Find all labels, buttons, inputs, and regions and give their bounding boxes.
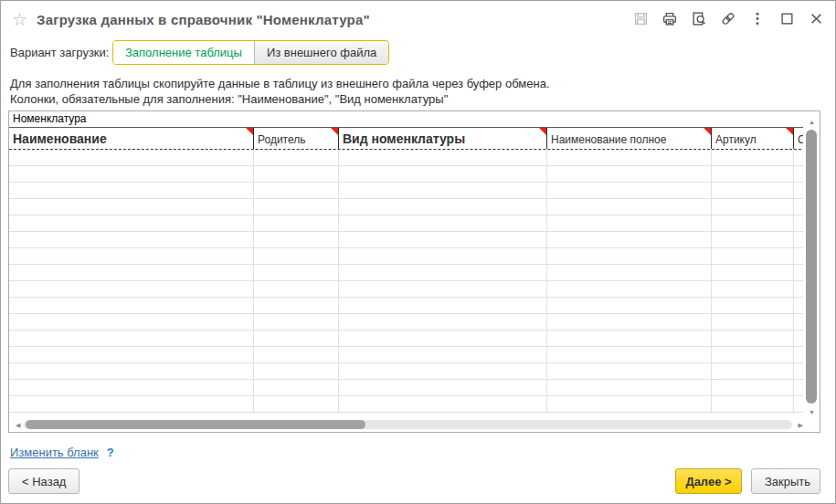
scroll-left-icon[interactable]: ◀: [16, 422, 20, 428]
table-cell[interactable]: [547, 314, 712, 330]
table-cell[interactable]: [9, 183, 254, 198]
table-cell[interactable]: [547, 396, 712, 412]
table-cell[interactable]: [339, 347, 547, 362]
table-cell[interactable]: [712, 396, 794, 412]
table-cell[interactable]: [254, 396, 339, 412]
table-cell[interactable]: [712, 331, 794, 346]
table-cell[interactable]: [254, 265, 339, 280]
close-button[interactable]: Закрыть: [751, 468, 820, 494]
table-cell[interactable]: [712, 380, 794, 395]
column-header[interactable]: Родитель: [254, 128, 339, 149]
vertical-scrollbar[interactable]: ▲ ▼: [803, 111, 820, 417]
table-cell[interactable]: [9, 314, 254, 330]
print-preview-icon[interactable]: [691, 10, 707, 26]
table-cell[interactable]: [547, 166, 712, 182]
table-cell[interactable]: [254, 215, 339, 231]
table-cell[interactable]: [9, 281, 254, 297]
table-cell[interactable]: [547, 281, 712, 297]
table-cell[interactable]: [712, 248, 794, 264]
table-cell[interactable]: [712, 265, 794, 280]
table-cell[interactable]: [339, 183, 547, 198]
save-icon[interactable]: [632, 10, 649, 26]
table-cell[interactable]: [547, 347, 712, 362]
print-icon[interactable]: [661, 10, 678, 26]
table-cell[interactable]: [547, 248, 712, 264]
more-menu-icon[interactable]: [749, 10, 766, 26]
table-cell[interactable]: [9, 248, 254, 264]
table-cell[interactable]: [339, 281, 547, 297]
vertical-scrollbar-thumb[interactable]: [806, 130, 817, 404]
table-cell[interactable]: [254, 199, 339, 215]
table-cell[interactable]: [547, 215, 712, 231]
table-cell[interactable]: [339, 232, 547, 247]
horizontal-scrollbar-thumb[interactable]: [26, 420, 365, 429]
table-cell[interactable]: [547, 331, 712, 346]
table-cell[interactable]: [712, 298, 794, 313]
table-cell[interactable]: [547, 183, 712, 198]
table-cell[interactable]: [712, 150, 794, 165]
table-cell[interactable]: [339, 215, 547, 231]
table-cell[interactable]: [547, 265, 712, 280]
table-cell[interactable]: [339, 150, 547, 165]
table-cell[interactable]: [712, 314, 794, 330]
table-cell[interactable]: [9, 215, 254, 231]
table-cell[interactable]: [339, 331, 547, 346]
table-cell[interactable]: [339, 248, 547, 264]
table-cell[interactable]: [712, 281, 794, 297]
table-cell[interactable]: [254, 281, 339, 297]
table-cell[interactable]: [9, 265, 254, 280]
scroll-right-icon[interactable]: ▶: [799, 422, 803, 428]
table-cell[interactable]: [712, 363, 794, 379]
column-header[interactable]: Наименование полное: [547, 128, 712, 149]
table-cell[interactable]: [9, 298, 254, 313]
table-cell[interactable]: [339, 314, 547, 330]
table-cell[interactable]: [9, 396, 254, 412]
link-icon[interactable]: [720, 10, 736, 26]
table-cell[interactable]: [547, 380, 712, 395]
table-cell[interactable]: [339, 166, 547, 182]
table-cell[interactable]: [339, 396, 547, 412]
table-cell[interactable]: [712, 183, 794, 198]
edit-form-link[interactable]: Изменить бланк: [10, 446, 99, 459]
table-cell[interactable]: [712, 347, 794, 362]
table-cell[interactable]: [254, 347, 339, 362]
table-cell[interactable]: [254, 248, 339, 264]
table-cell[interactable]: [9, 199, 254, 215]
table-cell[interactable]: [254, 166, 339, 182]
table-cell[interactable]: [712, 166, 794, 182]
table-cell[interactable]: [712, 215, 794, 231]
back-button[interactable]: < Назад: [8, 468, 79, 494]
next-button[interactable]: Далее >: [675, 468, 742, 494]
table-cell[interactable]: [254, 298, 339, 313]
scroll-down-icon[interactable]: ▼: [809, 409, 815, 415]
scroll-up-icon[interactable]: ▲: [809, 119, 815, 125]
table-cell[interactable]: [254, 314, 339, 330]
table-cell[interactable]: [9, 331, 254, 346]
help-icon[interactable]: ?: [107, 446, 114, 459]
table-cell[interactable]: [547, 298, 712, 313]
maximize-icon[interactable]: [778, 10, 795, 26]
close-icon[interactable]: [808, 10, 824, 26]
column-header[interactable]: Наименование: [9, 128, 254, 149]
table-cell[interactable]: [547, 363, 712, 379]
table-cell[interactable]: [9, 150, 254, 165]
table-cell[interactable]: [712, 199, 794, 215]
table-cell[interactable]: [9, 232, 254, 247]
column-header[interactable]: Вид номенклатуры: [339, 128, 547, 149]
favorite-star-icon[interactable]: ☆: [12, 11, 27, 28]
table-cell[interactable]: [339, 380, 547, 395]
table-cell[interactable]: [339, 298, 547, 313]
table-cell[interactable]: [547, 150, 712, 165]
table-cell[interactable]: [254, 363, 339, 379]
table-cell[interactable]: [547, 232, 712, 247]
table-cell[interactable]: [9, 166, 254, 182]
table-cell[interactable]: [254, 232, 339, 247]
table-cell[interactable]: [9, 380, 254, 395]
variant-tab-fill-table[interactable]: Заполнение таблицы: [113, 41, 254, 64]
table-cell[interactable]: [712, 232, 794, 247]
table-cell[interactable]: [254, 150, 339, 165]
table-cell[interactable]: [339, 363, 547, 379]
table-cell[interactable]: [9, 347, 254, 362]
table-cell[interactable]: [254, 380, 339, 395]
table-cell[interactable]: [254, 183, 339, 198]
